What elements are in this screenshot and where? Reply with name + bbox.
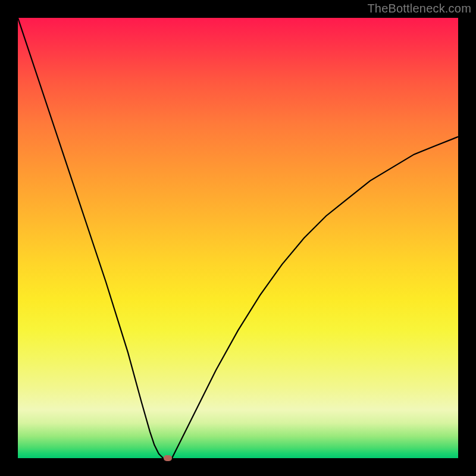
- plot-area: [18, 18, 458, 458]
- curve-svg: [18, 18, 458, 458]
- watermark-text: TheBottleneck.com: [367, 2, 471, 15]
- chart-frame: TheBottleneck.com: [0, 0, 476, 476]
- valley-marker: [164, 455, 172, 461]
- right-curve: [172, 137, 458, 458]
- left-curve: [18, 18, 163, 458]
